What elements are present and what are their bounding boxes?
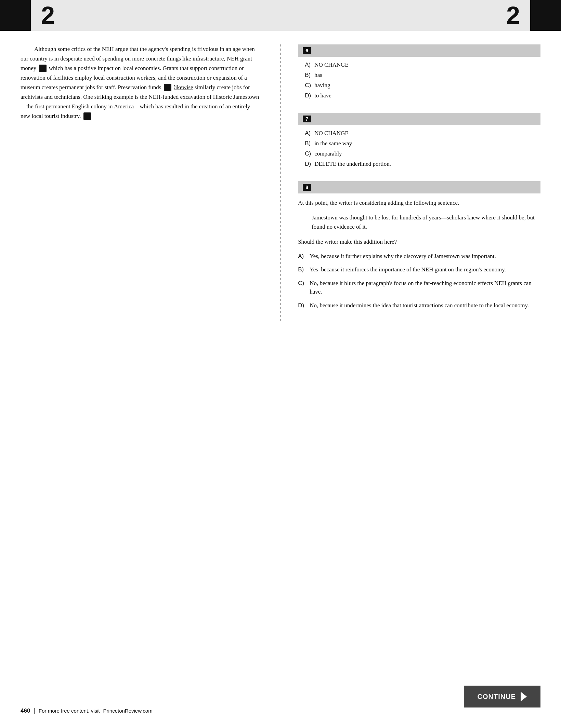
- q6-letter-c: C): [305, 82, 312, 89]
- question-8-prompt: At this point, the writer is considering…: [298, 198, 540, 207]
- footer-link: PrincetonReview.com: [103, 708, 152, 714]
- page-header: 2 2: [0, 0, 561, 31]
- q8-letter-c: C): [298, 279, 307, 296]
- question-badge-7: 7: [164, 84, 171, 91]
- q8-letter-a: A): [298, 252, 307, 261]
- q6-choice-a[interactable]: A) NO CHANGE: [305, 62, 540, 68]
- q7-letter-b: B): [305, 140, 312, 147]
- q8-letter-b: B): [298, 265, 307, 274]
- q7-text-a: NO CHANGE: [314, 130, 349, 137]
- left-section-bar: [0, 0, 31, 31]
- question-7-number: 7: [303, 116, 311, 122]
- question-8-choices: A) Yes, because it further explains why …: [298, 252, 540, 310]
- right-section-bar: [530, 0, 561, 31]
- continue-arrow-icon: [521, 692, 527, 701]
- q6-text-c: having: [314, 82, 330, 89]
- question-7-choices: A) NO CHANGE B) in the same way C) compa…: [298, 130, 540, 167]
- question-8-header: 8: [298, 181, 540, 193]
- questions-column: 6 A) NO CHANGE B) has C) having D) to ha…: [288, 44, 540, 323]
- q8-choice-c[interactable]: C) No, because it blurs the paragraph's …: [298, 279, 540, 296]
- passage-paragraph: Although some critics of the NEH argue t…: [21, 44, 260, 121]
- question-6-number: 6: [303, 47, 311, 54]
- q7-choice-a[interactable]: A) NO CHANGE: [305, 130, 540, 137]
- q6-text-b: has: [314, 72, 322, 79]
- q7-text-c: comparably: [314, 150, 342, 157]
- q7-text-b: in the same way: [314, 140, 352, 147]
- question-badge-6: 6: [39, 65, 47, 72]
- question-6-block: 6 A) NO CHANGE B) has C) having D) to ha…: [298, 44, 540, 99]
- q8-letter-d: D): [298, 301, 307, 310]
- right-section-number: 2: [496, 1, 530, 29]
- q8-text-c: No, because it blurs the paragraph's foc…: [310, 279, 540, 296]
- left-section-number: 2: [31, 1, 65, 29]
- continue-label: CONTINUE: [478, 693, 516, 701]
- q6-letter-b: B): [305, 72, 312, 79]
- q7-choice-c[interactable]: C) comparably: [305, 150, 540, 157]
- question-8-block: 8 At this point, the writer is consideri…: [298, 181, 540, 310]
- q6-choice-c[interactable]: C) having: [305, 82, 540, 89]
- question-6-header: 6: [298, 44, 540, 57]
- page-number: 460: [21, 707, 30, 714]
- q6-choice-d[interactable]: D) to have: [305, 92, 540, 99]
- passage-likewise: likewise: [174, 84, 193, 91]
- q8-choice-d[interactable]: D) No, because it undermines the idea th…: [298, 301, 540, 310]
- q6-text-a: NO CHANGE: [314, 62, 349, 68]
- q7-letter-a: A): [305, 130, 312, 137]
- page-footer: 460 | For more free content, visit Princ…: [21, 707, 540, 714]
- header-right: 2: [496, 0, 561, 31]
- header-left: 2: [0, 0, 65, 31]
- q7-choice-b[interactable]: B) in the same way: [305, 140, 540, 147]
- q7-text-d: DELETE the underlined portion.: [314, 161, 391, 167]
- question-7-header: 7: [298, 113, 540, 125]
- footer-separator: |: [34, 707, 35, 714]
- passage-which-has: which has: [49, 65, 72, 71]
- q6-letter-d: D): [305, 92, 312, 99]
- content-area: Although some critics of the NEH argue t…: [0, 44, 561, 323]
- column-divider: [280, 44, 281, 323]
- question-badge-8: 8: [83, 112, 91, 120]
- q8-choice-b[interactable]: B) Yes, because it reinforces the import…: [298, 265, 540, 274]
- q7-letter-c: C): [305, 150, 312, 157]
- q8-text-b: Yes, because it reinforces the importanc…: [310, 265, 506, 274]
- question-8-question: Should the writer make this addition her…: [298, 237, 540, 246]
- q8-text-d: No, because it undermines the idea that …: [310, 301, 529, 310]
- passage-column: Although some critics of the NEH argue t…: [21, 44, 273, 323]
- q7-choice-d[interactable]: D) DELETE the underlined portion.: [305, 161, 540, 167]
- q8-choice-a[interactable]: A) Yes, because it further explains why …: [298, 252, 540, 261]
- question-7-block: 7 A) NO CHANGE B) in the same way C) com…: [298, 113, 540, 167]
- q6-letter-a: A): [305, 62, 312, 68]
- footer-left: 460 | For more free content, visit Princ…: [21, 707, 153, 714]
- continue-button[interactable]: CONTINUE: [464, 686, 540, 707]
- q6-choice-b[interactable]: B) has: [305, 72, 540, 79]
- q7-letter-d: D): [305, 161, 312, 167]
- footer-text: For more free content, visit: [39, 708, 100, 714]
- question-6-choices: A) NO CHANGE B) has C) having D) to have: [298, 62, 540, 99]
- q8-text-a: Yes, because it further explains why the…: [310, 252, 496, 261]
- q6-text-d: to have: [314, 92, 331, 99]
- question-8-quote: Jamestown was thought to be lost for hun…: [312, 213, 540, 231]
- question-8-number: 8: [303, 184, 311, 191]
